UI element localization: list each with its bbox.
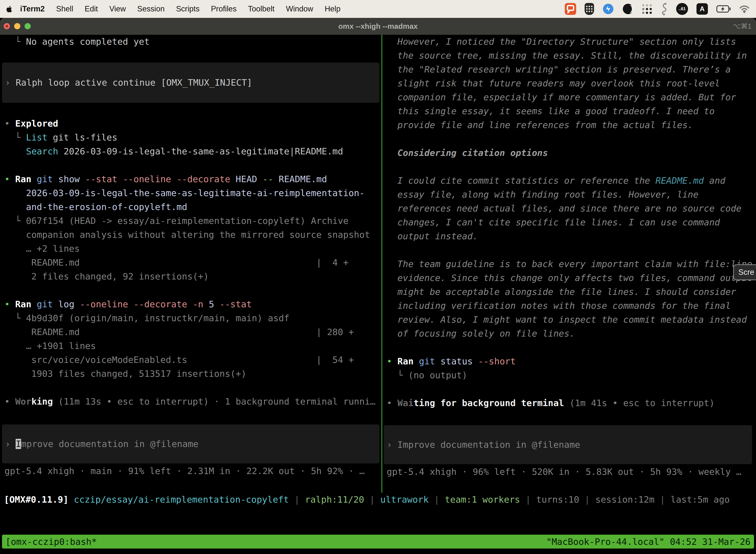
text-segment: Considering citation options: [387, 148, 548, 158]
menu-item-session[interactable]: Session: [131, 4, 170, 13]
text-segment: might be acceptable alongside the file l…: [387, 287, 736, 297]
text-segment: evidence. Since this change only affects…: [387, 273, 752, 283]
text-segment: |: [429, 494, 445, 505]
text-segment: [31, 299, 37, 309]
text-segment: the "Related research writing" section i…: [387, 64, 731, 74]
text-segment: The team guideline is to back every impo…: [387, 259, 752, 269]
macos-menu-bar: iTerm2ShellEditViewSessionScriptsProfile…: [0, 0, 756, 18]
text-segment: … +1901 lines: [4, 341, 96, 351]
text-segment: ting for background terminal: [414, 398, 564, 408]
terminal-line: 2026-03-09-is-legal-the-same-as-legitima…: [4, 186, 381, 200]
window-title-bar: omx --xhigh --madmax ⌥⌘1: [0, 18, 756, 35]
text-segment: [31, 174, 37, 184]
text-segment: last:5m ago: [671, 494, 730, 505]
squiggle-app-icon[interactable]: [660, 2, 668, 15]
menu-item-profiles[interactable]: Profiles: [205, 4, 242, 13]
text-segment: --stat: [85, 174, 117, 184]
terminal-line: review. Also, I might want to inspect th…: [387, 313, 754, 327]
text-segment: log: [53, 299, 80, 309]
left-terminal-pane[interactable]: └ No agents completed yet › Ralph loop a…: [0, 35, 381, 493]
terminal-line: [387, 243, 754, 257]
text-segment: └: [4, 216, 26, 226]
text-segment: --decorate: [177, 174, 231, 184]
text-segment: 5: [203, 299, 219, 309]
terminal-line: └ List git ls-files: [4, 130, 381, 145]
text-segment: --decorate: [133, 299, 187, 309]
text-segment: Explored: [15, 118, 58, 128]
terminal-line: [387, 160, 754, 174]
terminal-line: provide file and line references from th…: [387, 118, 754, 132]
terminal-line: companion analysis without altering the …: [4, 228, 381, 242]
text-segment: [OMX#0.11.9]: [4, 494, 68, 505]
terminal-line: of focusing solely on file lines.: [387, 327, 754, 340]
menu-item-help[interactable]: Help: [319, 4, 346, 13]
right-terminal-pane[interactable]: However, I noticed the "Directory Struct…: [382, 35, 756, 493]
text-segment: ultrawork: [380, 494, 429, 505]
menu-item-edit[interactable]: Edit: [79, 4, 104, 13]
apple-menu-icon[interactable]: [6, 5, 13, 13]
text-segment: … +2 lines: [4, 243, 80, 254]
text-segment: ›: [5, 77, 16, 88]
left-prompt-line: › Improve documentation in @filename: [5, 437, 198, 451]
text-segment: [171, 174, 177, 184]
menu-item-toolbelt[interactable]: Toolbelt: [242, 4, 280, 13]
text-segment: └: [4, 37, 26, 47]
terminal-line: • Explored: [4, 117, 381, 130]
terminal-line: Search 2026-03-09-is-legal-the-same-as-l…: [4, 145, 381, 158]
text-segment: 2 files changed, 92 insertions(+): [4, 271, 209, 281]
text-segment: review. Also, I might want to inspect th…: [387, 315, 747, 325]
text-segment: status: [435, 356, 478, 366]
text-cursor: I: [16, 439, 21, 449]
text-segment: Wai: [397, 398, 414, 408]
text-segment: ›: [387, 440, 397, 450]
right-prompt-input[interactable]: › Improve documentation in @filename: [384, 425, 752, 464]
menu-item-iterm2[interactable]: iTerm2: [17, 4, 50, 13]
terminal-line: [387, 132, 754, 146]
terminal-line: └ No agents completed yet: [4, 35, 381, 49]
text-segment: companion file, especially if more comme…: [387, 92, 736, 102]
text-segment: -n: [193, 299, 203, 309]
left-session-status: gpt-5.4 xhigh · main · 91% left · 2.31M …: [4, 464, 381, 478]
text-segment: •: [4, 396, 15, 406]
left-prompt-input[interactable]: › Improve documentation in @filename: [2, 425, 379, 463]
text-segment: git: [419, 356, 435, 366]
terminal-line: └ 4b9d30f (origin/main, instructkr/main,…: [4, 311, 381, 325]
verified-badge-icon[interactable]: [603, 3, 614, 15]
grid-menu-icon[interactable]: [642, 4, 652, 14]
privacy-shield-icon[interactable]: [585, 3, 594, 15]
text-segment: Ralph loop active continue [OMX_TMUX_INJ…: [16, 77, 252, 88]
text-segment: |: [289, 494, 305, 505]
battery-icon[interactable]: [716, 5, 731, 13]
screen-edge-tab[interactable]: Scre: [733, 264, 756, 280]
text-segment: ›: [5, 439, 16, 449]
terminal-line: • Ran git show --stat --oneline --decora…: [4, 172, 381, 186]
text-segment: king: [31, 396, 53, 406]
terminal-line: └ 067f154 (HEAD -> essay/ai-reimplementa…: [4, 214, 381, 228]
text-segment: List: [26, 132, 48, 143]
text-segment: turns:10: [536, 494, 579, 505]
text-segment: [68, 494, 74, 505]
tmux-status-bar: [omx-cczip0:bash* "MacBook-Pro-44.local"…: [2, 535, 754, 549]
chat-app-icon[interactable]: [565, 3, 576, 15]
terminal-content: └ No agents completed yet › Ralph loop a…: [0, 35, 756, 493]
bottom-gap: [0, 507, 756, 535]
menu-item-window[interactable]: Window: [280, 4, 319, 13]
text-segment: and: [704, 175, 726, 186]
terminal-line: including verification notes with those …: [387, 299, 754, 313]
agents-status-lines: └ No agents completed yet: [4, 35, 381, 49]
text-segment: provide file and line references from th…: [387, 120, 693, 130]
arc-browser-icon[interactable]: [622, 3, 634, 15]
iterm2-window: omx --xhigh --madmax ⌥⌘1 └ No agents com…: [0, 18, 756, 554]
menu-item-scripts[interactable]: Scripts: [170, 4, 205, 13]
input-source-icon[interactable]: A: [696, 3, 708, 15]
menu-item-shell[interactable]: Shell: [50, 4, 79, 13]
battery-percentage-badge[interactable]: ..61: [676, 3, 688, 15]
terminal-line: • Ran git log --oneline --decorate -n 5 …: [4, 297, 381, 311]
text-segment: [414, 356, 419, 366]
omx-status-line: [OMX#0.11.9] cczip/essay/ai-reimplementa…: [0, 493, 756, 507]
menu-item-view[interactable]: View: [104, 4, 132, 13]
text-segment: 067f154 (HEAD -> essay/ai-reimplementati…: [26, 216, 349, 226]
wifi-icon[interactable]: [739, 5, 750, 13]
text-segment: and-the-erosion-of-copyleft.md: [4, 202, 187, 212]
text-segment: Ran: [15, 174, 31, 184]
